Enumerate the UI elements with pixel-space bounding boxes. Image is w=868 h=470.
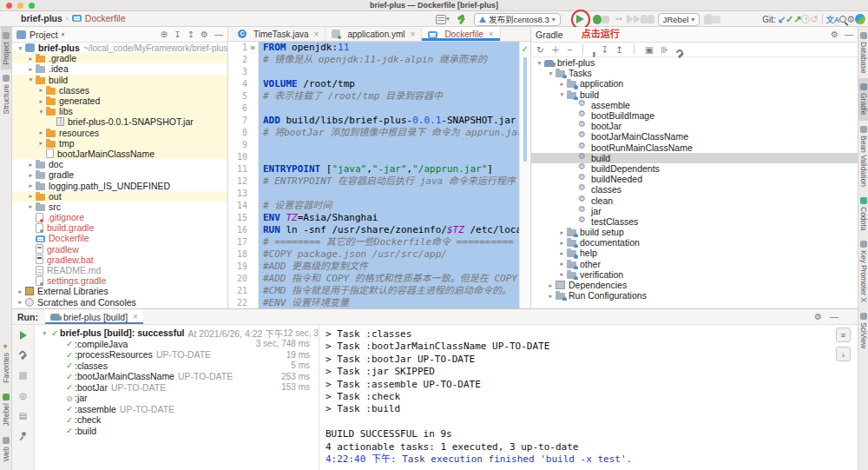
tree-arrow-icon[interactable] [16,44,25,52]
code-line[interactable]: #ADD 指令和 COPY 的格式和性质基本一致。但是在 COPY 基 [259,273,530,285]
project-item-gitignore[interactable]: .gitignore [12,212,227,222]
run-tree-item-bootjar[interactable]: ✓:bootJarUP-TO-DATE153 ms [35,382,319,394]
editor-tab-application-yml[interactable]: application.yml× [326,27,422,41]
project-settings-gear-icon[interactable]: ⚙ [201,30,208,39]
tree-arrow-icon[interactable] [36,97,46,105]
editor-scrollbar[interactable]: ✓ [519,42,530,308]
gradle-item-bootrunmainclassname[interactable]: bootRunMainClassName [531,142,858,153]
gradle-item-assemble[interactable]: assemble [531,100,858,110]
gradle-item-help[interactable]: help [531,248,858,258]
project-item-brief-plus-0-0-1-snapshot-jar[interactable]: brief-plus-0.0.1-SNAPSHOT.jar [12,116,227,127]
code-line[interactable]: VOLUME /root/tmp [259,78,530,90]
project-item-idea[interactable]: .idea [12,63,227,74]
gradle-item-documentation[interactable]: documentation [531,237,858,248]
build-console[interactable]: > Task :classes> Task :bootJarMainClassN… [319,325,858,470]
expand-all-icon[interactable]: ↧ [174,30,181,39]
search-everywhere-icon[interactable] [839,13,846,26]
project-item-brief-plus[interactable]: brief-plus~/local_code/MyFramework/brief… [12,43,227,53]
run-hide-panel-icon[interactable]: — [830,313,838,321]
stripe-database[interactable]: Database [858,27,868,78]
project-item-dockerfile[interactable]: Dockerfile [12,233,227,243]
close-run-tab-icon[interactable]: × [133,312,138,321]
hide-panel-icon[interactable]: — [214,30,223,39]
git-update-icon[interactable]: ↙ [778,13,786,26]
gradle-collapse-all-icon[interactable]: ↥ [615,44,623,55]
attach-debugger-icon[interactable] [634,13,641,26]
editor-tab-timetask-java[interactable]: TimeTask.java× [232,27,326,41]
tree-arrow-icon[interactable] [16,298,25,306]
project-item-external-libraries[interactable]: External Libraries [12,286,227,296]
code-line[interactable] [259,66,530,78]
deploy-targets-icon[interactable]: ▾ [434,13,451,26]
rerun-build-icon[interactable] [17,329,30,341]
editor-body[interactable]: 1»FROM openjdk:112# 镜像是从 openjdk:11-jdk-… [228,42,530,308]
run-configuration-select[interactable]: 发布到centos8.3 ▾ [474,13,561,26]
project-item-gradlew[interactable]: gradlew [12,244,227,255]
stop-button[interactable] [713,13,720,26]
console-layout-icon[interactable]: ▤ [17,409,30,421]
project-item-logging-path-is-undefined[interactable]: logging.path_IS_UNDEFINED [12,180,227,190]
gradle-item-build-setup[interactable]: build setup [531,227,858,237]
run-tab[interactable]: brief-plus [build] × [45,309,143,324]
project-item-src[interactable]: src [12,202,227,212]
code-line[interactable]: ADD build/libs/brief-plus-0.0.1-SNAPSHOT… [259,115,530,127]
code-line[interactable]: #ENV 设置环境变量 [259,297,530,308]
run-with-coverage-icon[interactable] [627,13,634,26]
tree-arrow-icon[interactable] [557,260,567,268]
project-item-readme-md[interactable]: README.md [12,265,227,275]
project-item-build[interactable]: build [12,75,227,85]
profiler-button[interactable]: ◔▾ [609,13,627,26]
scroll-to-end-icon[interactable]: ⇓ [836,347,851,361]
tree-arrow-icon[interactable] [36,139,46,147]
gradle-expand-all-icon[interactable]: ↧ [601,44,608,55]
tree-arrow-icon[interactable] [36,86,46,94]
stop-process-icon[interactable] [17,369,30,381]
project-item-gradle[interactable]: gradle [12,169,227,180]
breadcrumb-project[interactable]: brief-plus [21,13,62,23]
stripe-gradle[interactable]: Gradle [858,78,868,121]
plugin-icon[interactable] [855,13,865,26]
stripe-key-promoter-x[interactable]: Key Promoter X [858,235,868,308]
tree-arrow-icon[interactable] [557,239,567,247]
stripe-web[interactable]: Web [1,432,11,467]
stripe-sciview[interactable]: SciView [858,308,868,354]
stripe-jrebel[interactable]: JRebel [1,388,11,431]
tree-arrow-icon[interactable] [546,292,556,300]
inspections-ok-icon[interactable]: ✓ [522,44,529,54]
gradle-add-icon[interactable]: ＋ [551,44,561,55]
stripe-structure[interactable]: Structure [1,70,11,120]
gradle-item-jar[interactable]: jar [531,206,858,216]
stripe-bean-validation[interactable]: Bean Validation [858,121,868,192]
code-line[interactable]: ENTRYPOINT ["java","-jar","/apprun.jar"] [259,163,530,175]
gradle-item-bootjar[interactable]: bootJar [531,121,858,131]
tree-arrow-icon[interactable] [557,80,567,88]
tree-arrow-icon[interactable] [16,288,25,295]
gradle-item-builddependents[interactable]: buildDependents [531,163,858,174]
project-item-classes[interactable]: classes [12,85,227,96]
project-item-scratches-and-consoles[interactable]: Scratches and Consoles [12,297,227,308]
tree-arrow-icon[interactable] [535,59,544,67]
code-line[interactable]: # 将bootJar 添加到镜像中根目录下 命令为 apprun.jar [259,127,530,139]
hot-swap-icon[interactable] [648,13,654,26]
jrebel-select[interactable]: JRebel ▾ [658,13,700,26]
code-line[interactable]: RUN ln -snf /usr/share/zoneinfo/$TZ /etc… [259,224,530,236]
run-line-marker-icon[interactable]: » [247,42,259,54]
close-tab-icon[interactable]: × [411,30,416,39]
run-filter-wrench-icon[interactable] [17,349,30,361]
editor-tab-dockerfile[interactable]: Dockerfile× [422,27,500,41]
project-item-out[interactable]: out [12,191,227,202]
tree-arrow-icon[interactable] [26,65,36,73]
gradle-item-dependencies[interactable]: Dependencies [531,280,858,290]
run-settings-gear-icon[interactable]: ⚙ [814,313,822,321]
history-clock-icon[interactable] [801,13,810,26]
project-item-resources[interactable]: resources [12,128,227,138]
gradle-item-tasks[interactable]: Tasks [531,68,858,78]
collapse-all-icon[interactable]: ↥ [187,30,194,39]
code-line[interactable] [259,151,530,163]
gradle-item-build[interactable]: build [531,89,858,100]
git-commit-icon[interactable]: ✓ [786,13,793,26]
gradle-item-other[interactable]: other [531,259,858,269]
code-line[interactable]: # 表示挂载了 /root/tmp 目录到容器中 [259,90,530,103]
project-item-generated[interactable]: generated [12,96,227,106]
code-line[interactable]: #CMD 指令就是用于指定默认的容器主进程的启动命令的。 [259,285,530,297]
